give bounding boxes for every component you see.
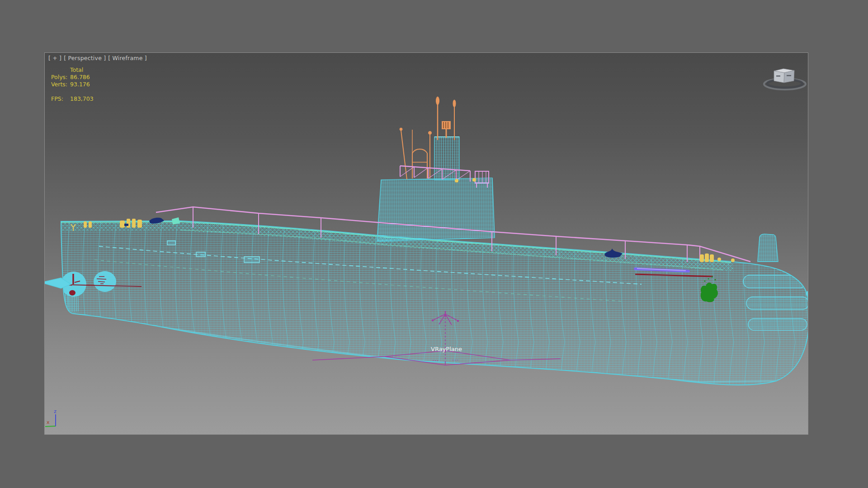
sail-yellow-fitting-2 [472,178,476,182]
viewport-canvas[interactable]: VRayPlane z x [45,53,808,434]
axis-z-label: z [54,408,57,414]
viewcube-icon[interactable] [764,69,806,89]
sail-group[interactable] [377,137,495,241]
mast-housing [434,137,459,180]
bow-navy-mark [124,224,128,226]
vrayplane-label: VRayPlane [431,346,462,352]
viewport-label: [ + ] [ Perspective ] [ Wireframe ] [48,55,147,61]
bow-pod-2 [94,271,116,292]
stats-polys-row: Polys: 86.786 [51,74,94,81]
stats-verts-row: Verts: 93.176 [51,81,94,88]
application-background: [ + ] [ Perspective ] [ Wireframe ] Tota… [0,0,868,488]
viewport-menu-pov[interactable]: [ Perspective ] [64,55,106,61]
viewport-statistics: Total Polys: 86.786 Verts: 93.176 FPS: 1… [51,66,94,103]
stats-total-header: Total [70,66,83,74]
stats-fps-row: FPS: 183,703 [51,95,94,103]
axis-x-label: x [47,419,50,425]
viewport-menu-general[interactable]: [ + ] [48,55,61,61]
world-axis-tripod: z x [45,408,57,427]
viewport-menu-shading[interactable]: [ Wireframe ] [108,55,146,61]
perspective-viewport[interactable]: [ + ] [ Perspective ] [ Wireframe ] Tota… [45,53,808,434]
stats-header-row: Total [51,66,94,74]
aft-navy-boat [604,249,623,258]
axis-y-line [45,426,56,427]
sail-yellow-fitting [455,179,458,183]
submarine-model[interactable] [45,97,808,392]
stern-bulges [743,275,808,330]
stern-rudder-fin [758,234,778,262]
